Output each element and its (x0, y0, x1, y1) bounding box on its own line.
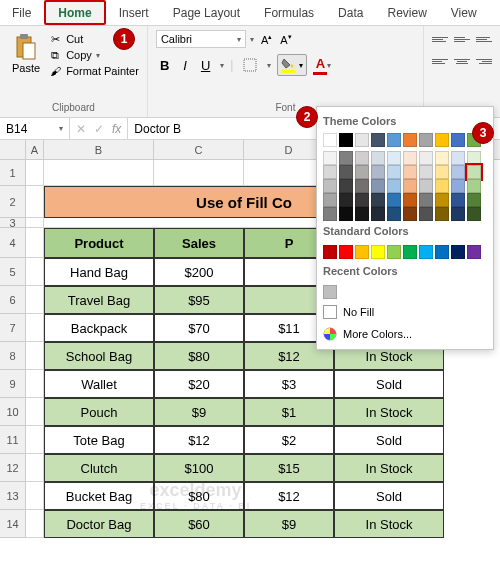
decrease-font-button[interactable]: A▾ (277, 31, 294, 48)
color-swatch[interactable] (467, 193, 481, 207)
data-cell[interactable]: Doctor Bag (44, 510, 154, 538)
color-swatch[interactable] (451, 151, 465, 165)
tab-file[interactable]: File (0, 0, 43, 25)
select-all-corner[interactable] (0, 140, 26, 159)
color-swatch[interactable] (387, 245, 401, 259)
color-swatch[interactable] (387, 179, 401, 193)
no-fill-button[interactable]: No Fill (321, 301, 489, 323)
font-name-select[interactable]: Calibri▾ (156, 30, 246, 48)
align-top-button[interactable] (430, 30, 450, 48)
enter-icon[interactable]: ✓ (94, 122, 104, 136)
color-swatch[interactable] (419, 151, 433, 165)
color-swatch[interactable] (403, 151, 417, 165)
color-swatch[interactable] (387, 133, 401, 147)
row-header[interactable]: 1 (0, 160, 26, 186)
data-cell[interactable]: $80 (154, 482, 244, 510)
color-swatch[interactable] (403, 193, 417, 207)
data-cell[interactable]: $60 (154, 510, 244, 538)
data-cell[interactable]: Hand Bag (44, 258, 154, 286)
col-header-b[interactable]: B (44, 140, 154, 159)
color-swatch[interactable] (323, 193, 337, 207)
color-swatch[interactable] (435, 165, 449, 179)
data-cell[interactable]: $200 (154, 258, 244, 286)
color-swatch[interactable] (387, 207, 401, 221)
color-swatch[interactable] (355, 133, 369, 147)
color-swatch[interactable] (467, 151, 481, 165)
row-header[interactable]: 6 (0, 286, 26, 314)
header-sales[interactable]: Sales (154, 228, 244, 258)
color-swatch[interactable] (371, 193, 385, 207)
chevron-down-icon[interactable]: ▾ (267, 61, 271, 70)
name-box[interactable]: B14▾ (0, 118, 70, 139)
align-left-button[interactable] (430, 52, 450, 70)
color-swatch[interactable] (451, 207, 465, 221)
italic-button[interactable]: I (179, 56, 191, 75)
row-header[interactable]: 4 (0, 228, 26, 258)
tab-data[interactable]: Data (326, 0, 375, 25)
row-header[interactable]: 9 (0, 370, 26, 398)
tab-formulas[interactable]: Formulas (252, 0, 326, 25)
data-cell[interactable]: $9 (154, 398, 244, 426)
data-cell[interactable]: $12 (244, 482, 334, 510)
color-swatch[interactable] (355, 207, 369, 221)
data-cell[interactable]: $1 (244, 398, 334, 426)
data-cell[interactable]: $9 (244, 510, 334, 538)
color-swatch[interactable] (435, 133, 449, 147)
color-swatch[interactable] (451, 245, 465, 259)
font-color-button[interactable]: A ▾ (313, 56, 331, 75)
color-swatch[interactable] (371, 151, 385, 165)
color-swatch[interactable] (339, 179, 353, 193)
color-swatch[interactable] (371, 165, 385, 179)
color-swatch[interactable] (403, 179, 417, 193)
color-swatch[interactable] (467, 165, 481, 179)
fill-color-button[interactable]: ▾ (277, 54, 307, 76)
color-swatch[interactable] (355, 245, 369, 259)
row-header[interactable]: 8 (0, 342, 26, 370)
color-swatch[interactable] (435, 193, 449, 207)
color-swatch[interactable] (403, 245, 417, 259)
color-swatch[interactable] (323, 151, 337, 165)
data-cell[interactable]: In Stock (334, 398, 444, 426)
color-swatch[interactable] (371, 179, 385, 193)
color-swatch[interactable] (419, 179, 433, 193)
color-swatch[interactable] (451, 193, 465, 207)
color-swatch[interactable] (387, 151, 401, 165)
tab-view[interactable]: View (439, 0, 489, 25)
row-header[interactable]: 10 (0, 398, 26, 426)
data-cell[interactable]: Clutch (44, 454, 154, 482)
color-swatch[interactable] (339, 133, 353, 147)
data-cell[interactable]: $70 (154, 314, 244, 342)
data-cell[interactable]: Sold (334, 482, 444, 510)
data-cell[interactable]: Backpack (44, 314, 154, 342)
color-swatch[interactable] (451, 179, 465, 193)
color-swatch[interactable] (451, 133, 465, 147)
increase-font-button[interactable]: A▴ (258, 31, 275, 48)
row-header[interactable]: 14 (0, 510, 26, 538)
paste-button[interactable]: Paste (8, 30, 44, 76)
tab-insert[interactable]: Insert (107, 0, 161, 25)
color-swatch[interactable] (339, 165, 353, 179)
header-product[interactable]: Product (44, 228, 154, 258)
color-swatch[interactable] (419, 133, 433, 147)
chevron-down-icon[interactable]: ▾ (220, 61, 224, 70)
data-cell[interactable]: $20 (154, 370, 244, 398)
color-swatch[interactable] (403, 207, 417, 221)
data-cell[interactable]: $100 (154, 454, 244, 482)
underline-button[interactable]: U (197, 56, 214, 75)
color-swatch[interactable] (355, 193, 369, 207)
chevron-down-icon[interactable]: ▾ (250, 35, 254, 44)
color-swatch[interactable] (467, 179, 481, 193)
color-swatch[interactable] (435, 179, 449, 193)
color-swatch[interactable] (419, 165, 433, 179)
data-cell[interactable]: Sold (334, 426, 444, 454)
color-swatch[interactable] (435, 207, 449, 221)
tab-pagelayout[interactable]: Page Layout (161, 0, 252, 25)
color-swatch[interactable] (467, 207, 481, 221)
chevron-down-icon[interactable]: ▾ (297, 61, 305, 70)
color-swatch[interactable] (323, 165, 337, 179)
bold-button[interactable]: B (156, 56, 173, 75)
row-header[interactable]: 12 (0, 454, 26, 482)
color-swatch[interactable] (339, 245, 353, 259)
color-swatch[interactable] (339, 151, 353, 165)
fx-icon[interactable]: fx (112, 122, 121, 136)
